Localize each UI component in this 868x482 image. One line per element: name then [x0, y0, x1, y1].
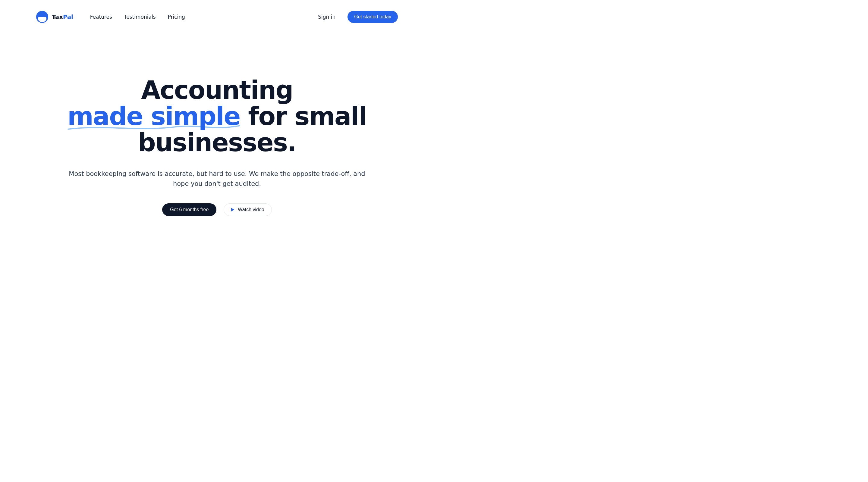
hero-heading-pre: Accounting: [141, 75, 293, 105]
hero-subtitle: Most bookkeeping software is accurate, b…: [66, 169, 368, 189]
get-free-months-button[interactable]: Get 6 months free: [162, 203, 216, 216]
watch-video-button[interactable]: Watch video: [224, 203, 272, 216]
header-left: TaxPal Features Testimonials Pricing: [36, 11, 185, 23]
logo-text: TaxPal: [52, 13, 73, 21]
primary-nav: Features Testimonials Pricing: [90, 14, 185, 20]
hero-heading-highlight: made simple: [67, 103, 240, 130]
hero-heading: Accounting made simple for small busines…: [66, 77, 368, 156]
get-started-button[interactable]: Get started today: [347, 11, 398, 23]
hero-section: Accounting made simple for small busines…: [66, 23, 368, 216]
nav-item-testimonials[interactable]: Testimonials: [124, 14, 156, 20]
signin-link[interactable]: Sign in: [318, 14, 336, 20]
watch-video-label: Watch video: [238, 207, 264, 213]
hero-heading-highlight-text: made simple: [67, 102, 240, 131]
header-right: Sign in Get started today: [318, 11, 398, 23]
logo-text-dark: Tax: [52, 13, 63, 21]
nav-item-pricing[interactable]: Pricing: [168, 14, 185, 20]
logo-text-accent: Pal: [63, 13, 73, 21]
logo-icon: [36, 11, 48, 23]
nav-item-features[interactable]: Features: [90, 14, 112, 20]
play-icon: [231, 208, 234, 212]
logo-link[interactable]: TaxPal: [36, 11, 73, 23]
hero-cta-row: Get 6 months free Watch video: [66, 203, 368, 216]
site-header: TaxPal Features Testimonials Pricing Sig…: [30, 0, 404, 23]
